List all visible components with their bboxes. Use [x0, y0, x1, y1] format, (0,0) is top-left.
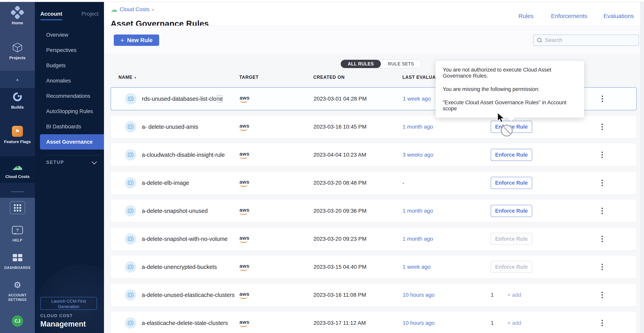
nav-item[interactable]: Recommendations [35, 88, 104, 104]
sidebar-item-feature-flags[interactable]: ⚑ Feature Flags [0, 125, 35, 144]
toggle-rule-sets[interactable]: RULE SETS [381, 60, 421, 68]
app-window: Home Projects ▲ [0, 0, 644, 333]
table-row[interactable]: a-delete-elb-image aws 2023-03-20 08:48 … [111, 171, 637, 194]
nav-item[interactable]: Anomalies [35, 73, 104, 88]
sort-caret-icon: ▾ [134, 76, 136, 80]
header-link-rules[interactable]: Rules [518, 13, 534, 20]
new-rule-button[interactable]: + New Rule [114, 35, 159, 46]
gear-icon: ⚙ [14, 281, 21, 289]
search-box[interactable] [533, 35, 639, 46]
rule-icon [125, 289, 136, 301]
header-link-evaluations[interactable]: Evaluations [604, 13, 634, 20]
kebab-menu[interactable] [600, 94, 605, 104]
rule-icon [125, 93, 136, 105]
nav-item[interactable]: AutoStopping Rules [35, 104, 104, 119]
table-row[interactable]: a- delete-unused-amis aws 2023-03-16 10:… [111, 115, 637, 138]
permission-tooltip: You are not authorized to execute Cloud … [436, 61, 584, 118]
new-rule-label: New Rule [127, 37, 153, 44]
kebab-menu[interactable] [600, 206, 604, 216]
rule-name[interactable]: a-delete-unused-elasticache-clusters [142, 292, 234, 298]
sidebar-item-home[interactable]: Home [0, 6, 35, 25]
rail-bottom-group: ? HELP DASHBOARDS ⚙ ACCOUNT SETTINGS CJ [0, 198, 35, 333]
enforce-rule-button[interactable]: Enforce Rule [491, 177, 532, 189]
rule-name[interactable]: rds-unused-databases-list-clone [142, 96, 223, 102]
table-row[interactable]: a-delete-unencrypted-buckets aws 2023-03… [111, 255, 637, 278]
nav-item[interactable]: Budgets [35, 58, 104, 73]
kebab-menu[interactable] [600, 122, 604, 132]
last-evaluation-value[interactable]: 10 hours ago [402, 292, 434, 298]
sidebar-item-help[interactable]: ? HELP [0, 224, 35, 243]
rule-name[interactable]: a-delete-elb-image [142, 180, 189, 186]
kebab-menu[interactable] [600, 290, 604, 300]
sidebar-item-label: Feature Flags [0, 139, 35, 144]
table-row[interactable]: a-delete-unused-elasticache-clusters aws… [111, 283, 637, 306]
rules-view-toggle[interactable]: ALL RULES RULE SETS [340, 60, 421, 68]
kebab-menu[interactable] [600, 178, 604, 188]
table-row[interactable]: a-elasticache-delete-stale-clusters aws … [111, 311, 637, 333]
rule-name[interactable]: a-cloudwatch-disable-insight-rule [142, 152, 225, 158]
last-evaluation-value[interactable]: 3 weeks ago [402, 152, 433, 158]
breadcrumb: ☁ $ Cloud Costs › [111, 6, 154, 13]
enforce-rule-button[interactable]: Enforce Rule [491, 233, 532, 245]
last-evaluation-value[interactable]: 1 month ago [402, 124, 433, 130]
toggle-all-rules[interactable]: ALL RULES [341, 60, 381, 68]
window-top-strip [0, 0, 644, 2]
created-on-value: 2023-03-16 11:08 PM [314, 292, 366, 298]
collapse-arrow-icon: ▲ [16, 77, 20, 82]
last-evaluation-value[interactable]: - [402, 180, 404, 186]
grid-icon [14, 204, 21, 211]
module-picker-button[interactable] [10, 201, 25, 214]
last-evaluation-value[interactable]: 1 month ago [402, 208, 433, 214]
kebab-menu[interactable] [600, 262, 604, 272]
module-rail: Home Projects ▲ [0, 2, 35, 333]
kebab-menu[interactable] [600, 318, 604, 328]
enforce-rule-button[interactable]: Enforce Rule [491, 261, 532, 273]
last-evaluation-value[interactable]: 1 week ago [402, 264, 430, 270]
search-input[interactable] [544, 37, 638, 44]
sidebar-item-account-settings[interactable]: ⚙ ACCOUNT SETTINGS [0, 278, 35, 302]
breadcrumb-cloud-costs-link[interactable]: Cloud Costs [120, 6, 150, 13]
sidebar-item-builds[interactable]: Builds [0, 90, 35, 110]
nav-item[interactable]: Asset Governance [40, 134, 104, 150]
launch-ccm-first-gen-button[interactable]: Launch CCM First Generation [40, 297, 97, 310]
aws-target-logo: aws [240, 319, 250, 327]
dashboards-icon [13, 254, 22, 261]
add-enforcement-link[interactable]: + add [507, 292, 521, 298]
nav-item[interactable]: Overview [35, 27, 104, 43]
sidebar-item-projects[interactable]: Projects [0, 41, 35, 60]
created-on-value: 2023-03-20 09:23 PM [314, 236, 366, 242]
rule-name[interactable]: a-delete-snapshot-unused [142, 208, 208, 214]
enforce-rule-button[interactable]: Enforce Rule [491, 149, 532, 161]
sidebar-item-dashboards[interactable]: DASHBOARDS [0, 251, 35, 270]
kebab-menu[interactable] [600, 150, 604, 160]
sidebar-item-label: HELP [0, 238, 35, 243]
nav-item[interactable]: Perspectives [35, 43, 104, 58]
rule-name[interactable]: a- delete-unused-amis [142, 124, 198, 130]
rule-name[interactable]: a-delete-snapshot-with-no-volume [142, 236, 228, 242]
tab-account[interactable]: Account [40, 11, 62, 20]
sidebar-item-label: ACCOUNT SETTINGS [6, 293, 29, 302]
last-evaluation-value[interactable]: 1 month ago [402, 236, 433, 242]
setup-section-toggle[interactable]: SETUP [46, 160, 96, 165]
created-on-value: 2023-04-04 10:23 AM [314, 152, 366, 158]
table-row[interactable]: a-cloudwatch-disable-insight-rule aws 20… [111, 143, 637, 166]
kebab-menu[interactable] [600, 234, 604, 244]
table-row[interactable]: a-delete-snapshot-unused aws 2023-03-20 … [111, 199, 637, 222]
rail-collapse-button[interactable]: ▲ [0, 71, 35, 88]
enforce-rule-button[interactable]: Enforce Rule [491, 121, 532, 133]
copy-icon[interactable] [217, 95, 223, 103]
add-enforcement-link[interactable]: + add [507, 320, 521, 326]
sidebar-item-label: Builds [0, 105, 35, 110]
last-evaluation-value[interactable]: 10 hours ago [402, 320, 434, 326]
header-link-enforcements[interactable]: Enforcements [551, 13, 587, 20]
table-row[interactable]: a-delete-snapshot-with-no-volume aws 202… [111, 227, 637, 250]
column-header-name[interactable]: NAME▾ [118, 75, 136, 80]
nav-item[interactable]: BI Dashboards [35, 119, 104, 134]
sidebar-item-cloud-costs[interactable]: ☁ $ Cloud Costs [0, 156, 35, 183]
rule-name[interactable]: a-elasticache-delete-stale-clusters [142, 320, 228, 326]
enforce-rule-button[interactable]: Enforce Rule [491, 205, 532, 217]
last-evaluation-value[interactable]: 1 week ago [403, 96, 431, 102]
rule-name[interactable]: a-delete-unencrypted-buckets [142, 264, 217, 270]
tab-project[interactable]: Project [82, 11, 98, 20]
user-avatar[interactable]: CJ [0, 315, 35, 327]
